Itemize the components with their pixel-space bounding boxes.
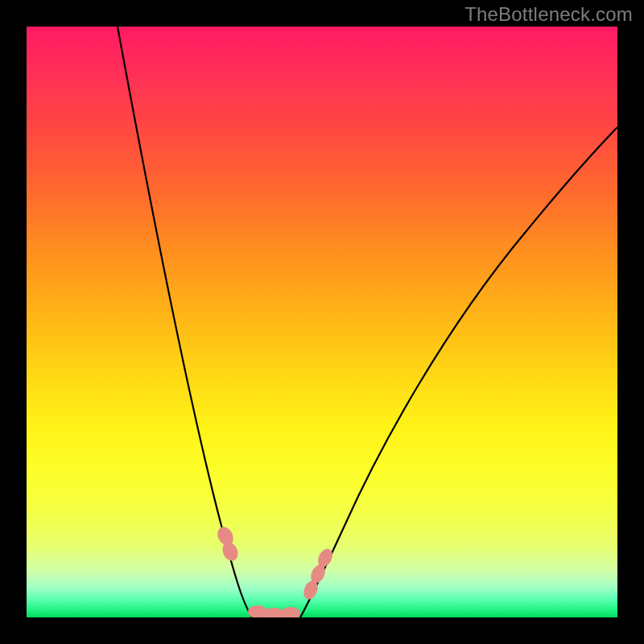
curves-svg: [27, 27, 617, 617]
right-curve: [300, 127, 617, 617]
chart-frame: TheBottleneck.com: [0, 0, 644, 644]
data-marker: [281, 607, 300, 617]
plot-area: [27, 27, 617, 617]
left-curve: [118, 27, 252, 617]
watermark-text: TheBottleneck.com: [464, 3, 633, 26]
markers-group: [214, 524, 335, 617]
